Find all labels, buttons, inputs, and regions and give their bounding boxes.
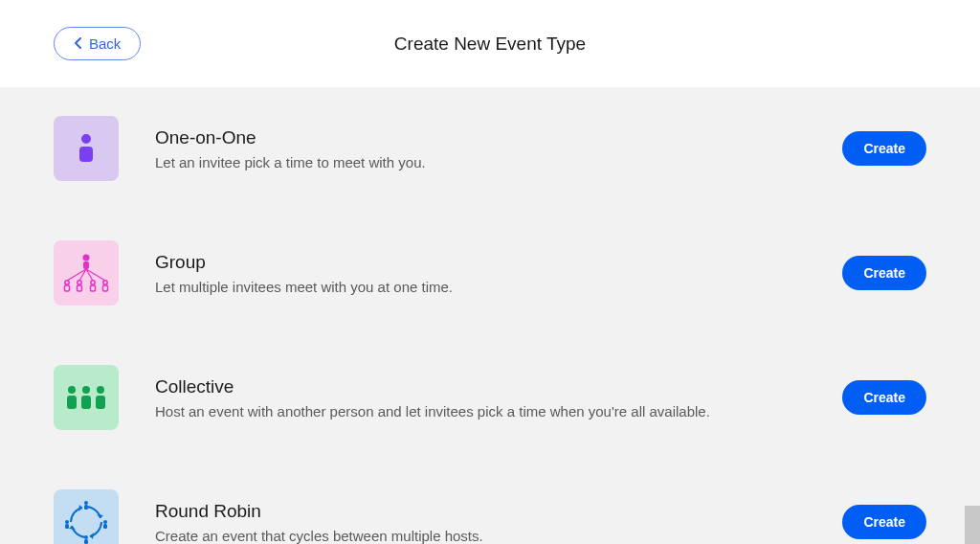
svg-point-8 (91, 281, 95, 284)
svg-marker-21 (78, 505, 82, 511)
create-button-one-on-one[interactable]: Create (842, 131, 926, 166)
round-robin-icon (54, 489, 119, 544)
one-on-one-icon (54, 116, 119, 181)
svg-rect-9 (91, 285, 96, 291)
svg-rect-1 (79, 147, 93, 162)
event-type-desc: Let an invitee pick a time to meet with … (155, 154, 842, 170)
svg-rect-5 (65, 285, 70, 291)
event-type-text: Round Robin Create an event that cycles … (155, 501, 842, 544)
chevron-left-icon (74, 35, 83, 52)
svg-marker-20 (69, 526, 76, 530)
svg-point-4 (65, 281, 69, 284)
page-title: Create New Event Type (394, 34, 586, 55)
event-type-desc: Let multiple invitees meet with you at o… (155, 279, 842, 295)
svg-rect-15 (81, 396, 91, 409)
svg-point-28 (65, 520, 69, 524)
event-type-title: Collective (155, 376, 842, 397)
page-header: Back Create New Event Type (0, 0, 980, 87)
svg-point-16 (97, 386, 104, 394)
svg-rect-29 (65, 524, 69, 529)
create-button-round-robin[interactable]: Create (842, 505, 926, 539)
event-type-title: One-on-One (155, 127, 842, 148)
svg-point-0 (81, 134, 91, 144)
event-type-title: Group (155, 252, 842, 273)
svg-rect-13 (67, 396, 77, 409)
group-icon (54, 240, 119, 306)
event-type-text: Collective Host an event with another pe… (155, 376, 842, 419)
back-label: Back (89, 35, 121, 52)
event-type-text: Group Let multiple invitees meet with yo… (155, 252, 842, 295)
collective-icon (54, 365, 119, 430)
create-button-group[interactable]: Create (842, 256, 926, 290)
event-type-row-collective: Collective Host an event with another pe… (13, 365, 967, 430)
svg-point-2 (83, 255, 90, 261)
svg-point-14 (82, 386, 90, 394)
svg-point-24 (103, 520, 107, 524)
svg-rect-27 (84, 539, 88, 544)
svg-marker-18 (97, 514, 103, 518)
event-type-row-one-on-one: One-on-One Let an invitee pick a time to… (13, 116, 967, 181)
back-button[interactable]: Back (54, 27, 141, 60)
svg-rect-3 (83, 261, 89, 269)
svg-rect-17 (96, 396, 105, 409)
event-type-list: One-on-One Let an invitee pick a time to… (0, 87, 980, 544)
svg-marker-19 (90, 533, 94, 539)
svg-point-10 (103, 281, 107, 284)
svg-rect-25 (103, 524, 107, 529)
event-type-text: One-on-One Let an invitee pick a time to… (155, 127, 842, 170)
event-type-title: Round Robin (155, 501, 842, 522)
svg-rect-23 (84, 505, 88, 510)
svg-point-26 (84, 535, 88, 539)
event-type-row-round-robin: Round Robin Create an event that cycles … (13, 489, 967, 544)
svg-point-12 (68, 386, 76, 394)
svg-point-22 (84, 501, 88, 505)
svg-rect-7 (78, 285, 82, 291)
event-type-row-group: Group Let multiple invitees meet with yo… (13, 240, 967, 306)
svg-rect-11 (103, 285, 108, 291)
scrollbar-thumb[interactable] (965, 506, 980, 544)
event-type-desc: Create an event that cycles between mult… (155, 528, 842, 544)
event-type-desc: Host an event with another person and le… (155, 403, 842, 419)
svg-point-6 (78, 281, 81, 284)
create-button-collective[interactable]: Create (842, 380, 926, 415)
